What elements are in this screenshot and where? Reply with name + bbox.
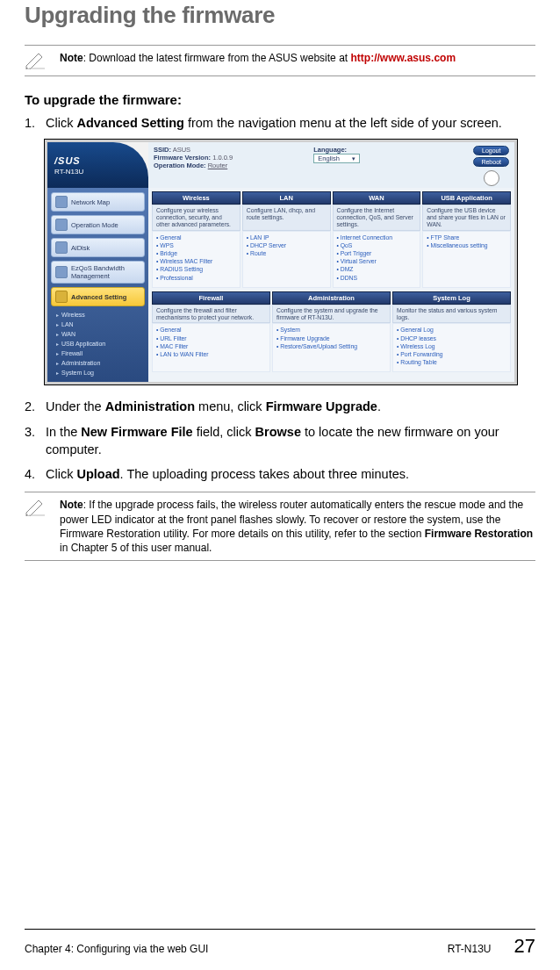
link-item[interactable]: General — [156, 234, 236, 241]
step-text: . The uploading process takes about thre… — [120, 467, 409, 481]
note-label: Note — [60, 499, 83, 511]
sidebar-label: EzQoS Bandwidth Management — [71, 264, 140, 280]
sidebar-sub-system-log[interactable]: System Log — [51, 368, 145, 377]
asus-url: http://www.asus.com — [350, 52, 456, 64]
link-item[interactable]: DHCP leases — [397, 334, 506, 342]
links-firewall: General URL Filter MAC Filter LAN to WAN… — [152, 323, 270, 372]
sidebar-sub-wireless[interactable]: Wireless — [51, 310, 145, 320]
ssid-value: ASUS — [173, 146, 190, 154]
network-map-icon — [55, 196, 68, 208]
logout-button[interactable]: Logout — [473, 146, 509, 155]
tab-administration[interactable]: Administration — [272, 291, 391, 305]
step-3: In the New Firmware File field, click Br… — [25, 423, 535, 459]
link-item[interactable]: Firmware Upgrade — [276, 334, 386, 342]
link-item[interactable]: WPS — [156, 241, 236, 249]
procedure-heading: To upgrade the firmware: — [25, 92, 535, 107]
sidebar-sub-administration[interactable]: Administration — [51, 358, 145, 368]
sidebar-item-operation-mode[interactable]: Operation Mode — [51, 215, 145, 234]
tab-usb-application[interactable]: USB Application — [422, 191, 511, 205]
lang-value: English — [318, 154, 340, 163]
step-1-bold: Advanced Setting — [76, 116, 183, 130]
link-item[interactable]: Professional — [156, 274, 236, 282]
link-item[interactable]: Virtual Server — [337, 257, 417, 265]
step-4: Click Upload. The uploading process take… — [25, 465, 535, 483]
step-text: field, click — [193, 425, 255, 439]
model-text: RT-N13U — [54, 168, 148, 176]
language-select[interactable]: English — [313, 154, 360, 163]
aidisk-icon — [55, 241, 68, 254]
desc-wireless: Configure your wireless connection, secu… — [152, 205, 241, 230]
sidebar-sub-wan[interactable]: WAN — [51, 329, 145, 339]
help-icon[interactable] — [484, 170, 499, 186]
link-item[interactable]: General — [156, 326, 266, 334]
step-bold: Browse — [255, 425, 301, 439]
link-item[interactable]: URL Filter — [156, 334, 266, 342]
link-item[interactable]: FTP Share — [427, 234, 506, 241]
note-1-body: : Download the latest firmware from the … — [83, 52, 351, 64]
link-item[interactable]: DHCP Server — [247, 241, 327, 249]
link-item[interactable]: Bridge — [156, 249, 236, 257]
desc-firewall: Configure the firewall and filter mechan… — [152, 305, 270, 324]
tab-wireless[interactable]: Wireless — [152, 191, 241, 205]
link-item[interactable]: General Log — [397, 326, 506, 334]
link-item[interactable]: Miscellaneous setting — [427, 241, 506, 249]
link-item[interactable]: Routing Table — [397, 358, 506, 366]
tab-system-log[interactable]: System Log — [392, 291, 511, 305]
link-item[interactable]: Route — [247, 249, 327, 257]
step-1-text-c: from the navigation menu at the left sid… — [184, 116, 502, 130]
links-systemlog: General Log DHCP leases Wireless Log Por… — [392, 323, 511, 372]
step-1-text-a: Click — [46, 116, 76, 130]
link-item[interactable]: Port Forwarding — [397, 350, 506, 358]
tab-wan[interactable]: WAN — [333, 191, 421, 205]
link-item[interactable]: MAC Filter — [156, 342, 266, 350]
link-item[interactable]: System — [276, 326, 386, 334]
ezqos-icon — [55, 266, 68, 278]
links-administration: System Firmware Upgrade Restore/Save/Upl… — [272, 323, 391, 372]
link-item[interactable]: DMZ — [337, 265, 417, 273]
sidebar-item-ezqos[interactable]: EzQoS Bandwidth Management — [51, 261, 145, 284]
step-text: Under the — [46, 399, 105, 413]
sidebar-sub-lan[interactable]: LAN — [51, 320, 145, 329]
advanced-setting-icon — [55, 291, 68, 303]
pencil-icon — [25, 51, 49, 70]
sidebar-item-advanced-setting[interactable]: Advanced Setting — [51, 287, 145, 306]
sidebar-item-network-map[interactable]: Network Map — [51, 192, 145, 212]
pencil-icon — [25, 498, 49, 517]
operation-mode-icon — [55, 219, 68, 231]
step-text: Click — [46, 467, 76, 481]
link-item[interactable]: QoS — [337, 241, 417, 249]
sidebar-label: AiDisk — [71, 244, 90, 252]
link-item[interactable]: LAN IP — [247, 234, 327, 241]
links-wan: Internet Connection QoS Port Trigger Vir… — [333, 231, 421, 288]
sidebar-sub-usb[interactable]: USB Application — [51, 339, 145, 348]
note-label: Note — [60, 52, 83, 64]
note-2-bold: Firmware Restoration — [425, 528, 533, 540]
link-item[interactable]: Wireless Log — [397, 342, 506, 350]
link-item[interactable]: Internet Connection — [337, 234, 417, 241]
fw-value: 1.0.0.9 — [212, 154, 233, 162]
sidebar-label: Network Map — [71, 198, 110, 206]
step-2: Under the Administration menu, click Fir… — [25, 398, 535, 415]
link-item[interactable]: LAN to WAN Filter — [156, 350, 266, 358]
links-lan: LAN IP DHCP Server Route — [242, 231, 331, 288]
link-item[interactable]: Port Trigger — [337, 249, 417, 257]
page-footer: Chapter 4: Configuring via the web GUI R… — [25, 929, 535, 958]
link-item[interactable]: Restore/Save/Upload Setting — [276, 342, 386, 350]
sidebar-sub-firewall[interactable]: Firewall — [51, 348, 145, 358]
link-item[interactable]: RADIUS Setting — [156, 265, 236, 273]
router-logo: /SUS RT-N13U — [47, 142, 148, 188]
tab-lan[interactable]: LAN — [242, 191, 331, 205]
desc-administration: Configure the system and upgrade the fir… — [272, 305, 391, 324]
sidebar-label: Advanced Setting — [71, 293, 126, 301]
lang-label: Language: — [313, 146, 347, 154]
tab-firewall[interactable]: Firewall — [152, 291, 270, 305]
sidebar-item-aidisk[interactable]: AiDisk — [51, 238, 145, 257]
router-info-bar: SSID: ASUS Firmware Version: 1.0.0.9 Ope… — [148, 142, 514, 188]
step-bold: Upload — [76, 467, 119, 481]
router-main-panel: Wireless LAN WAN USB Application Configu… — [148, 188, 514, 382]
fw-label: Firmware Version: — [154, 154, 211, 162]
steps-list: Click Advanced Setting from the navigati… — [25, 114, 535, 132]
link-item[interactable]: Wireless MAC Filter — [156, 257, 236, 265]
reboot-button[interactable]: Reboot — [473, 157, 509, 167]
link-item[interactable]: DDNS — [337, 274, 417, 282]
